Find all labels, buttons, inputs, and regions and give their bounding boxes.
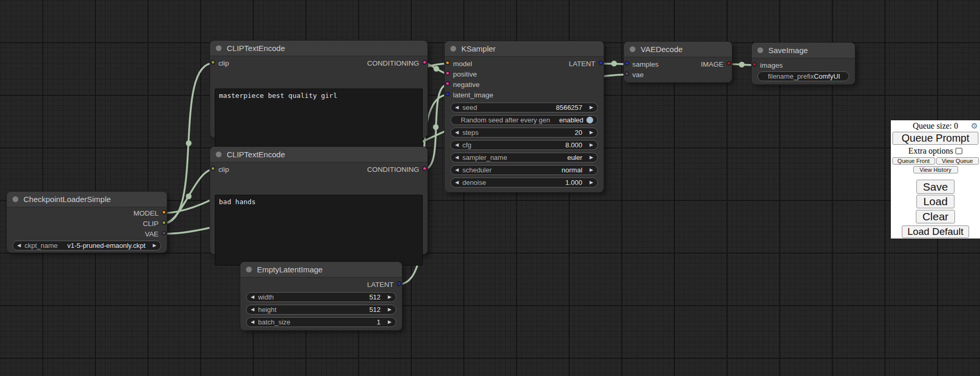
widget-steps[interactable]: ◀ steps 20 ▶	[450, 128, 598, 137]
port-dot-negative-input[interactable]	[445, 81, 450, 86]
decrement-arrow-icon[interactable]: ◀	[251, 307, 254, 312]
decrement-arrow-icon[interactable]: ◀	[251, 295, 254, 299]
decrement-arrow-icon[interactable]: ◀	[17, 243, 21, 248]
increment-arrow-icon[interactable]: ▶	[590, 168, 593, 172]
port-dot-image-output[interactable]	[727, 61, 731, 66]
settings-gear-icon[interactable]: ⚙	[971, 121, 978, 131]
port-row-negative: negative	[445, 79, 604, 90]
node-title: CheckpointLoaderSimple	[23, 195, 111, 204]
decrement-arrow-icon[interactable]: ◀	[455, 105, 459, 110]
increment-arrow-icon[interactable]: ▶	[590, 143, 593, 147]
link-midpoint-dot	[739, 62, 745, 68]
collapse-dot[interactable]	[246, 267, 252, 272]
increment-arrow-icon[interactable]: ▶	[590, 105, 593, 110]
node-titlebar[interactable]: KSampler	[445, 41, 604, 57]
widget-height[interactable]: ◀ height 512 ▶	[246, 305, 396, 315]
queue-prompt-button[interactable]: Queue Prompt	[892, 132, 978, 145]
port-dot-positive-input[interactable]	[445, 71, 450, 76]
port-dot-latent-image-input[interactable]	[445, 92, 450, 96]
port-dot-conditioning-output[interactable]	[422, 166, 427, 171]
link-midpoint-dot	[186, 194, 192, 199]
increment-arrow-icon[interactable]: ▶	[590, 180, 593, 185]
node-clip-text-encode-positive[interactable]: CLIPTextEncode clip CONDITIONING masterp…	[210, 41, 427, 137]
widget-filename-prefix[interactable]: filename_prefix ComfyUI	[757, 71, 849, 81]
node-titlebar[interactable]: CLIPTextEncode	[210, 147, 427, 162]
widget-seed[interactable]: ◀ seed 8566257 ▶	[450, 103, 598, 112]
decrement-arrow-icon[interactable]: ◀	[455, 130, 459, 135]
collapse-dot[interactable]	[630, 46, 635, 52]
port-dot-model-output[interactable]	[162, 210, 166, 215]
widget-ckpt-name[interactable]: ◀ ckpt_name v1-5-pruned-emaonly.ckpt ▶	[13, 241, 161, 250]
port-dot-vae-output[interactable]	[162, 231, 166, 235]
node-title: VAEDecode	[641, 45, 683, 54]
comfyui-canvas[interactable]: { "colors": { "link": "#abc4a7", "title_…	[0, 0, 980, 376]
collapse-dot[interactable]	[216, 152, 222, 157]
widget-denoise[interactable]: ◀ denoise 1.000 ▶	[450, 178, 598, 187]
port-dot-latent-output[interactable]	[397, 281, 401, 286]
extra-options-checkbox[interactable]	[956, 148, 962, 154]
load-button[interactable]: Load	[916, 195, 954, 208]
port-dot-clip-output[interactable]	[162, 220, 166, 225]
node-ksampler[interactable]: KSampler model LATENT positive negative …	[445, 41, 604, 192]
widget-batch-size[interactable]: ◀ batch_size 1 ▶	[246, 317, 396, 327]
port-dot-clip-input[interactable]	[211, 60, 215, 65]
decrement-arrow-icon[interactable]: ◀	[455, 143, 459, 147]
port-dot-conditioning-output[interactable]	[422, 60, 427, 65]
node-titlebar[interactable]: VAEDecode	[624, 42, 732, 57]
increment-arrow-icon[interactable]: ▶	[388, 320, 391, 324]
widget-random-seed-toggle[interactable]: Random seed after every gen enabled	[450, 115, 598, 125]
increment-arrow-icon[interactable]: ▶	[153, 243, 156, 248]
node-title: CLIPTextEncode	[227, 150, 285, 159]
collapse-dot[interactable]	[216, 45, 222, 51]
node-titlebar[interactable]: CLIPTextEncode	[210, 41, 427, 56]
prompt-text-box[interactable]: bad hands	[215, 195, 423, 266]
collapse-dot[interactable]	[450, 46, 456, 52]
collapse-dot[interactable]	[757, 47, 763, 53]
increment-arrow-icon[interactable]: ▶	[590, 155, 593, 160]
widget-sampler-name[interactable]: ◀ sampler_name euler ▶	[450, 153, 598, 162]
link-clip-to-positive-encode	[163, 63, 214, 223]
clear-button[interactable]: Clear	[916, 210, 954, 223]
node-save-image[interactable]: SaveImage images filename_prefix ComfyUI	[752, 43, 855, 84]
toggle-dot[interactable]	[586, 117, 593, 123]
port-dot-model-input[interactable]	[445, 60, 450, 65]
node-vae-decode[interactable]: VAEDecode samples IMAGE vae	[624, 42, 732, 82]
node-clip-text-encode-negative[interactable]: CLIPTextEncode clip CONDITIONING bad han…	[210, 147, 427, 254]
view-queue-button[interactable]: View Queue	[936, 157, 979, 165]
widget-scheduler[interactable]: ◀ scheduler normal ▶	[450, 165, 598, 175]
port-dot-images-input[interactable]	[752, 62, 757, 67]
port-dot-clip-input[interactable]	[211, 166, 215, 171]
node-titlebar[interactable]: EmptyLatentImage	[240, 262, 402, 278]
collapse-dot[interactable]	[13, 196, 18, 202]
view-history-button[interactable]: View History	[913, 166, 958, 173]
prompt-text-box[interactable]: masterpiece best quality girl	[215, 89, 423, 149]
port-dot-vae-input[interactable]	[624, 71, 629, 76]
output-row-latent: LATENT	[240, 279, 402, 290]
increment-arrow-icon[interactable]: ▶	[388, 295, 391, 299]
link-midpoint-dot	[434, 66, 439, 72]
node-title: EmptyLatentImage	[257, 265, 323, 274]
port-dot-latent-output[interactable]	[598, 60, 603, 65]
increment-arrow-icon[interactable]: ▶	[590, 130, 593, 135]
node-checkpoint-loader-simple[interactable]: CheckpointLoaderSimple MODEL CLIP VAE ◀ …	[7, 192, 167, 253]
port-dot-samples-input[interactable]	[624, 61, 629, 66]
decrement-arrow-icon[interactable]: ◀	[455, 168, 459, 172]
node-titlebar[interactable]: SaveImage	[752, 43, 855, 58]
link-midpoint-dot	[611, 61, 617, 67]
widget-cfg[interactable]: ◀ cfg 8.000 ▶	[450, 140, 598, 150]
node-empty-latent-image[interactable]: EmptyLatentImage LATENT ◀ width 512 ▶ ◀ …	[240, 262, 402, 330]
decrement-arrow-icon[interactable]: ◀	[251, 320, 254, 324]
load-default-button[interactable]: Load Default	[902, 225, 970, 238]
link-midpoint-dot	[186, 141, 192, 146]
increment-arrow-icon[interactable]: ▶	[388, 307, 391, 312]
port-row: clip CONDITIONING	[210, 164, 427, 174]
node-titlebar[interactable]: CheckpointLoaderSimple	[7, 192, 167, 207]
output-row-clip: CLIP	[7, 218, 167, 229]
save-button[interactable]: Save	[916, 180, 955, 194]
output-row-vae: VAE	[7, 229, 167, 239]
decrement-arrow-icon[interactable]: ◀	[455, 180, 459, 185]
decrement-arrow-icon[interactable]: ◀	[455, 155, 459, 160]
queue-menu-panel: Queue size: 0 ⚙ Queue Prompt Extra optio…	[891, 120, 980, 239]
widget-width[interactable]: ◀ width 512 ▶	[246, 292, 396, 302]
queue-front-button[interactable]: Queue Front	[892, 157, 935, 165]
